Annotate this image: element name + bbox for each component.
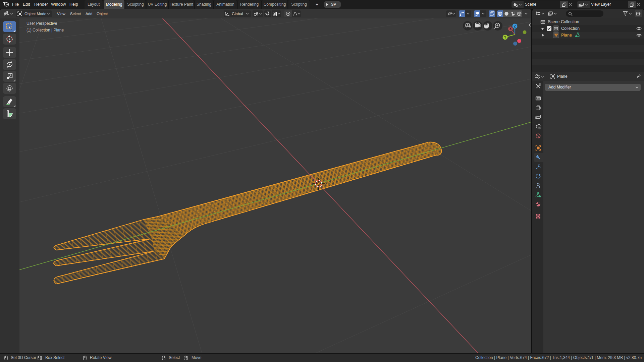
svg-text:X: X — [509, 27, 512, 31]
svg-text:Z: Z — [514, 24, 516, 28]
svg-text:Y: Y — [504, 36, 506, 39]
